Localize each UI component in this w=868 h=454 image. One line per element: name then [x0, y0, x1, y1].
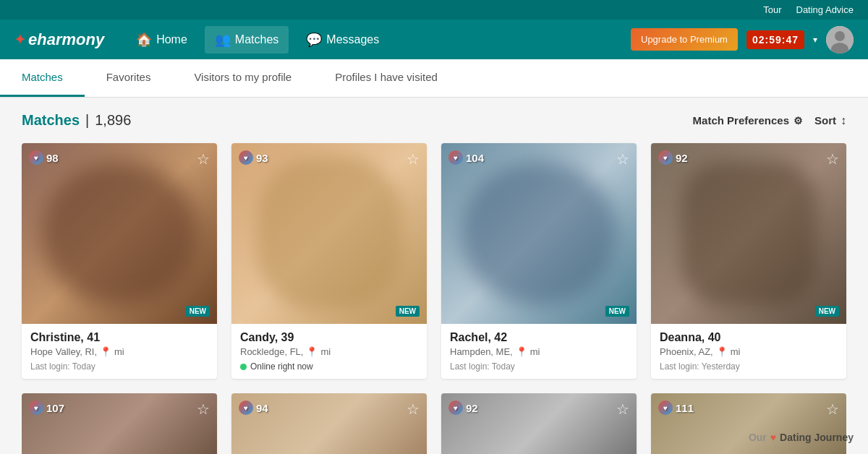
tab-favorites[interactable]: Favorites [85, 59, 173, 97]
watermark-heart-icon: ♥ [770, 432, 776, 443]
card-name-3: Deanna, 40 [660, 331, 838, 344]
online-dot-1 [240, 364, 247, 370]
card-info-2: Rachel, 42 Hampden, ME, 📍 mi Last login:… [441, 324, 637, 379]
new-badge-0: NEW [186, 306, 210, 317]
card-image-3: ♥ 92 ☆ NEW [651, 143, 846, 324]
watermark-text: Dating Journey [780, 432, 854, 443]
score-value-0: 98 [46, 152, 59, 164]
match-preferences-icon: ⚙ [793, 115, 803, 127]
tab-matches[interactable]: Matches [0, 59, 85, 97]
online-indicator-1: Online right now [240, 361, 418, 372]
distance-label-3: mi [731, 346, 741, 357]
new-badge-1: NEW [396, 306, 420, 317]
card-score-1: ♥ 93 [239, 150, 268, 165]
card-location-0: Hope Valley, RI, 📍 mi [30, 346, 208, 357]
profile-card-r2-3[interactable]: ♥ 111 ☆ [651, 393, 846, 454]
card-star-2[interactable]: ☆ [616, 150, 629, 168]
secondary-nav: Matches Favorites Visitors to my profile… [0, 59, 868, 98]
nav-messages[interactable]: 💬 Messages [296, 26, 389, 53]
card-score-0: ♥ 98 [29, 150, 59, 165]
nav-messages-label: Messages [326, 33, 379, 46]
card-score-r2-3: ♥ 111 [658, 401, 694, 415]
location-text-2: Hampden, ME, [450, 346, 513, 357]
card-image-r2-2: ♥ 92 ☆ [441, 393, 637, 454]
card-score-r2-1: ♥ 94 [239, 401, 268, 415]
nav-home[interactable]: 🏠 Home [126, 26, 197, 53]
tab-visitors[interactable]: Visitors to my profile [172, 59, 313, 97]
card-score-2: ♥ 104 [448, 150, 484, 165]
card-name-2: Rachel, 42 [450, 331, 628, 344]
card-info-0: Christine, 41 Hope Valley, RI, 📍 mi Last… [22, 324, 217, 379]
card-image-1: ♥ 93 ☆ NEW [231, 143, 427, 324]
score-value-r2-0: 107 [46, 402, 64, 414]
nav-matches[interactable]: 👥 Matches [205, 26, 289, 53]
nav-matches-label: Matches [235, 33, 278, 46]
matches-title: Matches [22, 112, 80, 129]
heart-score-icon-0: ♥ [29, 150, 43, 165]
new-badge-3: NEW [815, 306, 839, 317]
profile-card-2[interactable]: ♥ 104 ☆ NEW Rachel, 42 Hampden, ME, 📍 mi… [441, 143, 637, 379]
heart-score-icon-r2-0: ♥ [29, 401, 43, 415]
card-image-0: ♥ 98 ☆ NEW [22, 143, 217, 324]
matches-header: Matches | 1,896 Match Preferences ⚙ Sort… [22, 112, 846, 129]
heart-score-icon-3: ♥ [658, 150, 673, 165]
card-star-r2-1[interactable]: ☆ [407, 401, 420, 418]
card-location-3: Phoenix, AZ, 📍 mi [660, 346, 838, 357]
location-pin-icon-2: 📍 [516, 346, 527, 357]
location-text-0: Hope Valley, RI, [30, 346, 97, 357]
score-value-1: 93 [256, 152, 268, 164]
heart-score-icon-2: ♥ [448, 150, 463, 165]
card-name-0: Christine, 41 [30, 331, 208, 344]
card-image-r2-0: ♥ 107 ☆ [22, 393, 217, 454]
tab-visited[interactable]: Profiles I have visited [313, 59, 459, 97]
tour-link[interactable]: Tour [763, 4, 781, 15]
distance-label-2: mi [530, 346, 540, 357]
card-star-0[interactable]: ☆ [197, 150, 210, 168]
card-info-1: Candy, 39 Rockledge, FL, 📍 mi Online rig… [231, 324, 427, 379]
online-text-1: Online right now [250, 361, 313, 372]
card-image-r2-3: ♥ 111 ☆ [651, 393, 846, 454]
profile-card-0[interactable]: ♥ 98 ☆ NEW Christine, 41 Hope Valley, RI… [22, 143, 217, 379]
card-star-1[interactable]: ☆ [407, 150, 420, 168]
main-nav: 🏠 Home 👥 Matches 💬 Messages [126, 26, 631, 53]
card-star-3[interactable]: ☆ [826, 150, 839, 168]
location-text-1: Rockledge, FL, [240, 346, 303, 357]
card-name-1: Candy, 39 [240, 331, 418, 344]
header-actions: Match Preferences ⚙ Sort ↕ [693, 114, 846, 127]
home-icon: 🏠 [136, 32, 152, 48]
nav-home-label: Home [156, 33, 187, 46]
card-score-3: ♥ 92 [658, 150, 688, 165]
matches-separator: | [85, 112, 89, 129]
match-preferences-button[interactable]: Match Preferences ⚙ [693, 114, 803, 127]
card-login-2: Last login: Today [450, 361, 628, 372]
profile-card-r2-2[interactable]: ♥ 92 ☆ [441, 393, 637, 454]
matches-count: 1,896 [95, 112, 131, 129]
matches-icon: 👥 [215, 32, 231, 48]
card-star-r2-3[interactable]: ☆ [826, 401, 839, 418]
profile-card-r2-0[interactable]: ♥ 107 ☆ [22, 393, 217, 454]
user-avatar[interactable] [826, 26, 854, 53]
nav-right: Upgrade to Premium 02:59:47 ▾ [631, 26, 854, 53]
main-content: Matches | 1,896 Match Preferences ⚙ Sort… [0, 98, 868, 454]
user-dropdown-arrow[interactable]: ▾ [813, 35, 817, 45]
heart-score-icon-r2-2: ♥ [448, 401, 463, 415]
profile-card-3[interactable]: ♥ 92 ☆ NEW Deanna, 40 Phoenix, AZ, 📍 mi … [651, 143, 846, 379]
sort-button[interactable]: Sort ↕ [814, 114, 846, 127]
location-text-3: Phoenix, AZ, [660, 346, 713, 357]
profile-card-r2-1[interactable]: ♥ 94 ☆ [231, 393, 427, 454]
logo-heart-icon: ✦ [14, 32, 25, 48]
card-location-2: Hampden, ME, 📍 mi [450, 346, 628, 357]
upgrade-button[interactable]: Upgrade to Premium [631, 28, 738, 51]
location-pin-icon-1: 📍 [306, 346, 318, 357]
distance-label-0: mi [114, 346, 124, 357]
heart-score-icon-r2-3: ♥ [658, 401, 673, 415]
score-value-r2-2: 92 [466, 402, 478, 414]
heart-score-icon-r2-1: ♥ [239, 401, 253, 415]
location-pin-icon-0: 📍 [100, 346, 111, 357]
dating-advice-link[interactable]: Dating Advice [796, 4, 854, 15]
card-star-r2-2[interactable]: ☆ [616, 401, 629, 418]
svg-point-1 [835, 31, 845, 41]
profile-card-1[interactable]: ♥ 93 ☆ NEW Candy, 39 Rockledge, FL, 📍 mi… [231, 143, 427, 379]
card-score-r2-0: ♥ 107 [29, 401, 64, 415]
card-star-r2-0[interactable]: ☆ [197, 401, 210, 418]
